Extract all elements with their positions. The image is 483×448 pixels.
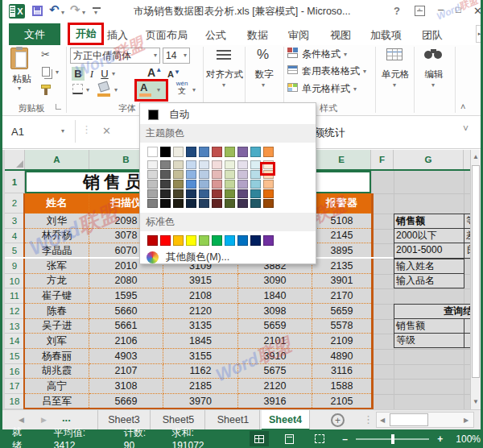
cell[interactable]: 输入品名 — [394, 273, 464, 288]
color-swatch[interactable] — [237, 235, 248, 246]
color-swatch[interactable] — [147, 147, 158, 157]
maximize-button[interactable]: □ — [456, 5, 461, 15]
cell[interactable]: 3970 — [163, 394, 238, 409]
new-sheet-icon[interactable]: + — [331, 413, 345, 427]
tab-overflow-icon[interactable]: ▸ — [476, 25, 483, 43]
color-swatch[interactable] — [160, 199, 171, 208]
cell[interactable]: 2107 — [89, 364, 163, 379]
color-swatch[interactable] — [212, 147, 222, 157]
phonetic-guide-button[interactable]: wén 文 — [173, 81, 191, 95]
vertical-scroll-thumb[interactable] — [472, 165, 480, 378]
row-header-12[interactable]: 12 — [5, 304, 25, 319]
color-swatch[interactable] — [160, 235, 171, 246]
color-swatch[interactable] — [173, 160, 184, 169]
ribbon-display-options-icon[interactable]: ˄ — [415, 6, 425, 16]
cell[interactable]: 崔子键 — [25, 288, 89, 304]
cell[interactable]: 2120 — [163, 304, 238, 319]
color-swatch[interactable] — [147, 160, 158, 169]
cell[interactable]: 高宁 — [25, 379, 89, 394]
color-swatch[interactable] — [186, 170, 196, 179]
tab-view[interactable]: 视图 — [330, 28, 351, 43]
cells-group-button[interactable]: 单元格 — [378, 68, 412, 81]
row-header-1[interactable]: 1 — [5, 171, 25, 193]
cell[interactable]: 2000以下 — [394, 228, 464, 243]
page-layout-view-icon[interactable] — [280, 431, 299, 446]
borders-dropdown-icon[interactable]: ▾ — [86, 87, 89, 93]
color-swatch[interactable] — [250, 147, 261, 157]
underline-button[interactable]: U — [99, 67, 110, 81]
clipboard-dialog-launcher-icon[interactable] — [56, 104, 61, 110]
next-sheet-icon[interactable]: ▶ — [41, 416, 47, 424]
cell[interactable]: 4903 — [89, 349, 163, 364]
tab-addins[interactable]: 加载项 — [370, 28, 402, 43]
cell[interactable]: 张军 — [25, 259, 89, 274]
cell[interactable]: 2145 — [312, 229, 371, 243]
col-header-F[interactable]: F — [371, 150, 394, 169]
row-header-10[interactable]: 10 — [5, 274, 25, 288]
cell[interactable]: 陈春 — [25, 304, 89, 319]
cell[interactable]: 3916 — [238, 394, 312, 409]
color-swatch[interactable] — [225, 180, 235, 189]
cell[interactable]: 查询结果 — [394, 304, 481, 319]
hscroll-left-icon[interactable]: ◀ — [380, 417, 385, 424]
alignment-group-button[interactable]: 对齐方式 — [205, 68, 244, 81]
row-header-11[interactable]: 11 — [5, 288, 25, 304]
row-header-15[interactable]: 15 — [5, 349, 25, 364]
cell[interactable]: 方龙 — [25, 274, 89, 288]
color-swatch[interactable] — [173, 189, 184, 198]
cell[interactable]: 5660 — [89, 304, 163, 319]
more-colors-item[interactable]: 其他颜色(M)... — [140, 248, 316, 266]
number-dropdown-icon[interactable]: ▾ — [262, 82, 265, 89]
phonetic-dropdown-icon[interactable]: ▾ — [192, 87, 196, 93]
cell[interactable]: 输入姓名 — [394, 259, 464, 274]
automatic-color-item[interactable]: 自动 — [140, 105, 316, 124]
color-swatch[interactable] — [160, 147, 171, 157]
color-swatch[interactable] — [199, 160, 209, 169]
color-swatch[interactable] — [199, 189, 209, 198]
color-swatch[interactable] — [225, 147, 235, 157]
cell[interactable]: 2170 — [312, 288, 371, 304]
cell[interactable]: 5669 — [89, 394, 163, 409]
status-average[interactable]: 平均值: 3412 — [54, 426, 109, 448]
color-swatch[interactable] — [212, 180, 222, 189]
zoom-in-icon[interactable]: + — [437, 433, 443, 445]
collapse-ribbon-icon[interactable]: ˄ — [460, 102, 465, 111]
conditional-formatting-button[interactable]: 条件格式▾ — [302, 48, 347, 61]
tab-formulas[interactable]: 公式 — [205, 28, 226, 43]
color-swatch[interactable] — [186, 199, 196, 208]
sheet-overflow-dots[interactable]: ... — [62, 412, 71, 424]
cell[interactable]: 刘华 — [25, 214, 89, 229]
cell[interactable]: 1588 — [312, 379, 371, 394]
cell[interactable]: 2105 — [312, 394, 371, 409]
row-header-13[interactable]: 13 — [5, 319, 25, 334]
cell[interactable]: 报警器 — [312, 193, 371, 214]
cell[interactable]: 2108 — [163, 288, 238, 304]
color-swatch[interactable] — [237, 160, 248, 169]
minimize-button[interactable]: – — [438, 3, 444, 15]
color-swatch[interactable] — [199, 147, 209, 157]
color-swatch[interactable] — [250, 170, 261, 179]
tab-team[interactable]: 团队 — [422, 28, 443, 43]
cell[interactable]: 5659 — [238, 319, 312, 334]
cell[interactable]: 杨春丽 — [25, 349, 89, 364]
color-swatch[interactable] — [250, 180, 261, 189]
cell[interactable]: 3135 — [163, 319, 238, 334]
color-swatch[interactable] — [160, 160, 171, 169]
formula-bar-expand-icon[interactable]: ˅ — [463, 123, 469, 135]
redo-dropdown-icon[interactable]: ▾ — [82, 10, 85, 16]
cell[interactable]: 5108 — [312, 214, 371, 229]
grow-font-button[interactable]: A▲ — [147, 66, 162, 79]
color-swatch[interactable] — [212, 199, 222, 208]
row-header-3[interactable]: 3 — [5, 214, 25, 229]
col-header-A[interactable]: A — [25, 150, 89, 169]
color-swatch[interactable] — [212, 160, 222, 169]
help-icon[interactable]: ? — [394, 5, 400, 17]
cell[interactable]: 3155 — [163, 349, 238, 364]
cancel-icon[interactable]: ✕ — [102, 125, 111, 137]
row-header-17[interactable]: 17 — [5, 379, 25, 394]
color-swatch[interactable] — [263, 189, 274, 198]
copy-dropdown-icon[interactable]: ▾ — [56, 69, 59, 76]
color-swatch[interactable] — [160, 180, 171, 189]
cell[interactable]: 2101 — [238, 334, 312, 349]
color-swatch[interactable] — [263, 160, 274, 169]
